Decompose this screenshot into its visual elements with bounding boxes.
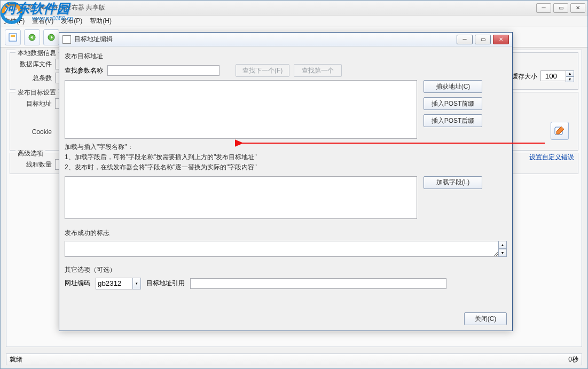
note-line-1: 1、加载字段后，可将"字段名称"按需要插入到上方的"发布目标地址"	[65, 152, 507, 162]
status-right: 0秒	[568, 355, 578, 364]
toolbar-btn-1[interactable]	[5, 29, 21, 45]
svg-rect-1	[11, 35, 15, 37]
cookie-label: Cookie	[14, 128, 52, 136]
find-next-button[interactable]: 查找下一个(F)	[236, 64, 289, 77]
dialog-window-controls: ─ ▭ ✕	[457, 35, 509, 44]
custom-error-link[interactable]: 设置自定义错误	[529, 153, 574, 161]
close-button[interactable]: ✕	[570, 3, 585, 13]
cache-size-label: 缓存大小	[512, 72, 537, 81]
app-icon	[3, 4, 11, 12]
edit-icon	[554, 125, 566, 137]
minimize-button[interactable]: ─	[536, 3, 551, 13]
fields-listbox[interactable]	[65, 176, 417, 219]
total-label: 总条数	[14, 74, 52, 83]
group-local-legend: 本地数据信息	[15, 49, 58, 58]
side-buttons: 捕获地址(C) 插入POST前缀 插入POST后缀	[424, 80, 482, 139]
insert-post-prefix-button[interactable]: 插入POST前缀	[424, 97, 482, 110]
capture-address-button[interactable]: 捕获地址(C)	[424, 80, 482, 93]
group-target-legend: 发布目标设置	[15, 88, 58, 97]
target-ref-label: 目标地址引用	[146, 279, 185, 288]
url-encoding-label: 网址编码	[65, 279, 90, 288]
cache-row: 缓存大小 ▲▼	[512, 70, 574, 82]
other-row: 网址编码 ▾ 目标地址引用	[65, 278, 507, 289]
target-ref-input[interactable]	[190, 278, 446, 289]
load-fields-button[interactable]: 加载字段(L)	[424, 176, 482, 189]
main-window-controls: ─ ▭ ✕	[536, 3, 585, 13]
menubar: 文件(F) 查看(V) 发布(P) 帮助(H)	[1, 15, 587, 27]
dialog-close-button[interactable]: ✕	[493, 35, 509, 44]
success-flag-textarea[interactable]	[65, 241, 499, 257]
svg-rect-0	[9, 34, 17, 41]
status-left: 就绪	[10, 355, 22, 364]
cache-spinner[interactable]: ▲▼	[566, 70, 574, 82]
dialog-title: 目标地址编辑	[74, 35, 457, 44]
publish-section-label: 发布目标地址	[65, 52, 507, 61]
dialog-icon	[62, 35, 71, 44]
success-label: 发布成功的标志	[65, 229, 507, 238]
edit-target-button-wrap	[551, 122, 569, 140]
note-line-2: 2、发布时，在线发布器会将"字段名称"逐一替换为实际的"字段内容"	[65, 162, 507, 172]
toolbar-btn-3[interactable]	[43, 29, 59, 45]
search-param-input[interactable]	[107, 65, 219, 76]
toolbar-btn-2[interactable]	[24, 29, 40, 45]
main-title: 无标题 - 神采在线发布器 共享版	[14, 3, 536, 12]
encoding-dropdown-icon[interactable]: ▾	[132, 278, 141, 289]
cache-size-input[interactable]	[540, 70, 566, 81]
publish-target-textarea[interactable]	[65, 80, 417, 139]
menu-help[interactable]: 帮助(H)	[90, 17, 112, 26]
note-title: 加载与插入"字段名称"：	[65, 142, 507, 152]
dialog-maximize-button[interactable]: ▭	[475, 35, 491, 44]
group-adv-legend: 高级选项	[15, 149, 45, 158]
dialog-close-btn[interactable]: 关闭(C)	[464, 312, 507, 325]
menu-view[interactable]: 查看(V)	[32, 17, 53, 26]
maximize-button[interactable]: ▭	[553, 3, 568, 13]
dialog-minimize-button[interactable]: ─	[457, 35, 473, 44]
dialog-footer: 关闭(C)	[464, 312, 507, 325]
edit-target-button[interactable]	[551, 122, 569, 140]
target-addr-label: 目标地址	[14, 99, 52, 108]
encoding-select[interactable]	[96, 278, 133, 289]
search-param-label: 查找参数名称	[65, 66, 103, 75]
menu-publish[interactable]: 发布(P)	[61, 17, 82, 26]
main-titlebar: 无标题 - 神采在线发布器 共享版 ─ ▭ ✕	[1, 1, 587, 15]
search-row: 查找参数名称 查找下一个(F) 查找第一个	[65, 64, 507, 77]
dialog-titlebar: 目标地址编辑 ─ ▭ ✕	[59, 33, 512, 46]
other-options-label: 其它选项（可选）	[65, 265, 507, 274]
find-first-button[interactable]: 查找第一个	[294, 64, 342, 77]
target-edit-dialog: 目标地址编辑 ─ ▭ ✕ 发布目标地址 查找参数名称 查找下一个(F) 查找第一…	[59, 32, 513, 331]
note-block: 加载与插入"字段名称"： 1、加载字段后，可将"字段名称"按需要插入到上方的"发…	[65, 142, 507, 173]
dialog-body: 发布目标地址 查找参数名称 查找下一个(F) 查找第一个 捕获地址(C) 插入P…	[65, 50, 507, 325]
success-spinner[interactable]: ▲▼	[498, 241, 507, 257]
insert-post-suffix-button[interactable]: 插入POST后缀	[424, 114, 482, 127]
db-file-label: 数据库文件	[14, 60, 52, 69]
menu-file[interactable]: 文件(F)	[4, 17, 25, 26]
status-bar: 就绪 0秒	[6, 354, 582, 365]
threads-label: 线程数量	[14, 160, 52, 169]
